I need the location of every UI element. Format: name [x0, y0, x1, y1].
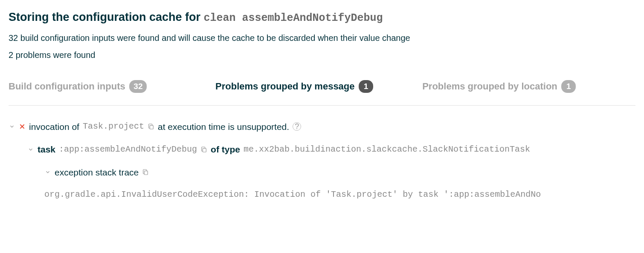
- problem-code: Task.project: [83, 120, 144, 133]
- problem-text-suffix: at execution time is unsupported.: [158, 120, 289, 134]
- task-type: me.xx2bab.buildinaction.slackcache.Slack…: [244, 143, 530, 156]
- task-row[interactable]: task :app:assembleAndNotifyDebug of type…: [9, 143, 635, 156]
- summary-inputs: 32 build configuration inputs were found…: [9, 32, 635, 44]
- tab-by-location[interactable]: Problems grouped by location 1: [422, 79, 629, 93]
- svg-rect-4: [145, 171, 148, 175]
- stack-trace-label: exception stack trace: [55, 166, 139, 179]
- title-task-name: clean assembleAndNotifyDebug: [204, 12, 383, 24]
- of-type-label: of type: [211, 143, 240, 156]
- svg-rect-3: [203, 148, 206, 152]
- help-icon[interactable]: ?: [293, 122, 301, 131]
- stack-trace-row[interactable]: exception stack trace: [9, 166, 635, 179]
- tab-by-location-label: Problems grouped by location: [422, 81, 557, 92]
- copy-icon[interactable]: [148, 123, 154, 130]
- tab-by-location-badge: 1: [561, 80, 576, 93]
- tab-by-message-label: Problems grouped by message: [215, 81, 354, 92]
- problem-text-prefix: invocation of: [29, 120, 79, 134]
- page-title: Storing the configuration cache for clea…: [9, 9, 635, 26]
- chevron-down-icon[interactable]: [27, 147, 34, 152]
- chevron-down-icon[interactable]: [44, 169, 51, 175]
- tab-inputs[interactable]: Build configuration inputs 32: [9, 79, 215, 93]
- tab-by-message-badge: 1: [359, 80, 373, 93]
- stack-trace-text: org.gradle.api.InvalidUserCodeException:…: [9, 188, 635, 201]
- title-prefix: Storing the configuration cache for: [9, 11, 204, 23]
- problem-tree: invocation of Task.project at execution …: [9, 120, 635, 201]
- problem-row[interactable]: invocation of Task.project at execution …: [9, 120, 635, 134]
- tab-bar: Build configuration inputs 32 Problems g…: [9, 79, 635, 106]
- task-path: :app:assembleAndNotifyDebug: [59, 143, 197, 156]
- tab-inputs-label: Build configuration inputs: [9, 81, 125, 92]
- summary-problems: 2 problems were found: [9, 49, 635, 61]
- tab-by-message[interactable]: Problems grouped by message 1: [215, 79, 422, 93]
- error-icon: [19, 123, 26, 130]
- chevron-down-icon[interactable]: [9, 124, 15, 129]
- tab-inputs-badge: 32: [129, 80, 147, 93]
- svg-rect-2: [150, 126, 153, 129]
- copy-icon[interactable]: [200, 146, 207, 153]
- copy-icon[interactable]: [142, 169, 149, 175]
- task-label: task: [38, 143, 55, 156]
